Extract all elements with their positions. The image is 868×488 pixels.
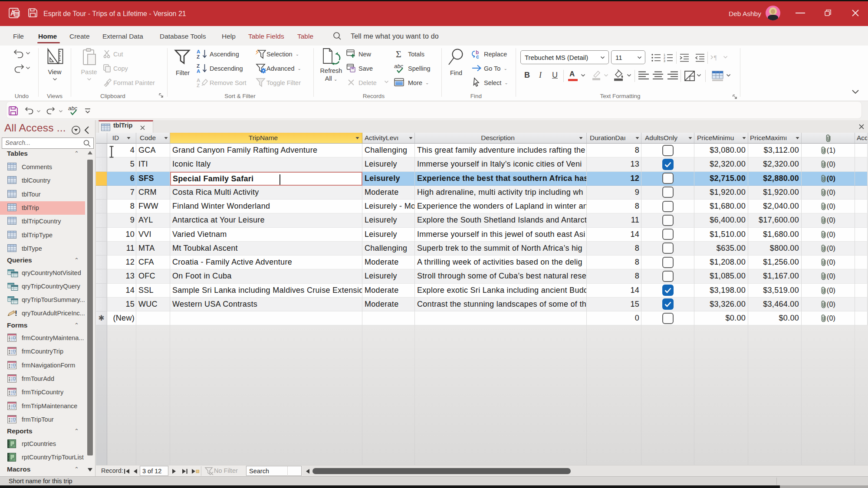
svg-text:!: ! <box>15 309 17 318</box>
svg-text:Z: Z <box>197 83 200 88</box>
svg-text:2: 2 <box>664 56 665 59</box>
svg-text:¶: ¶ <box>714 55 717 61</box>
svg-text:Z: Z <box>197 54 200 59</box>
svg-text:Σ: Σ <box>396 49 401 59</box>
svg-text:3: 3 <box>664 59 665 62</box>
svg-text:A: A <box>197 78 200 83</box>
svg-text:Z: Z <box>197 63 200 69</box>
svg-text:A: A <box>197 49 200 54</box>
svg-text:A: A <box>197 69 200 73</box>
svg-text:1: 1 <box>664 53 665 56</box>
svg-text:c: c <box>476 54 479 59</box>
